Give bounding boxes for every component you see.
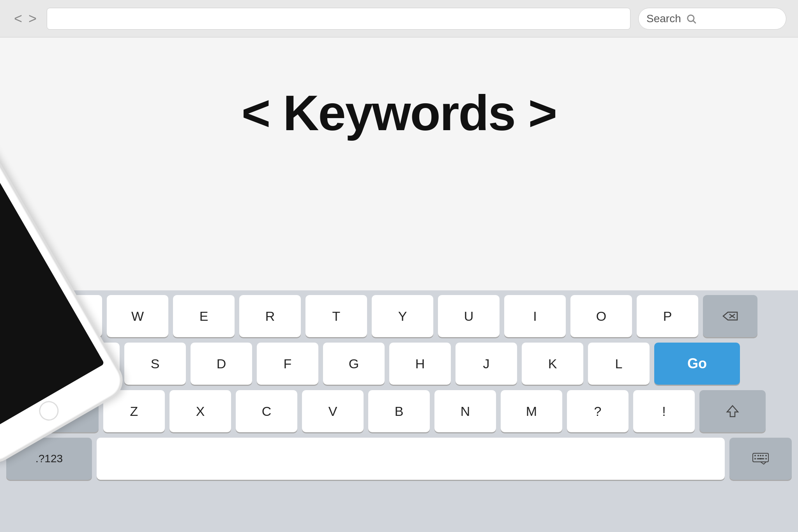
keyboard-row-4: .?123	[6, 438, 792, 480]
key-p[interactable]: P	[637, 295, 698, 337]
key-j[interactable]: J	[455, 343, 517, 385]
forward-button[interactable]: >	[26, 12, 39, 26]
address-bar[interactable]	[47, 8, 630, 30]
key-b[interactable]: B	[368, 390, 430, 432]
key-l[interactable]: L	[588, 343, 650, 385]
key-t[interactable]: T	[305, 295, 367, 337]
key-m[interactable]: M	[501, 390, 562, 432]
key-backspace[interactable]	[703, 295, 757, 337]
key-g[interactable]: G	[323, 343, 385, 385]
svg-line-1	[693, 21, 696, 23]
nav-buttons: < >	[12, 12, 39, 26]
key-w[interactable]: W	[107, 295, 168, 337]
svg-point-0	[687, 15, 694, 21]
keyboard-row-3: Z X C V B N M ? !	[6, 390, 792, 432]
key-c[interactable]: C	[236, 390, 297, 432]
keyboard: Q W E R T Y U I O P A S D F G	[0, 290, 798, 532]
key-keyboard[interactable]	[729, 438, 792, 480]
key-y[interactable]: Y	[372, 295, 433, 337]
key-i[interactable]: I	[504, 295, 566, 337]
key-h[interactable]: H	[389, 343, 451, 385]
keyboard-row-1: Q W E R T Y U I O P	[6, 295, 792, 337]
key-exclaim[interactable]: !	[633, 390, 695, 432]
key-e[interactable]: E	[173, 295, 235, 337]
back-button[interactable]: <	[12, 12, 25, 26]
search-label: Search	[646, 12, 681, 25]
key-s[interactable]: S	[124, 343, 186, 385]
key-question[interactable]: ?	[567, 390, 629, 432]
browser-toolbar: < > Search	[0, 0, 798, 37]
key-d[interactable]: D	[191, 343, 252, 385]
key-o[interactable]: O	[570, 295, 632, 337]
key-u[interactable]: U	[438, 295, 500, 337]
key-v[interactable]: V	[302, 390, 364, 432]
key-shift-right[interactable]	[699, 390, 766, 432]
main-content: < Keywords > Q W E R T Y U I O P	[0, 37, 798, 532]
key-go[interactable]: Go	[654, 343, 740, 385]
search-icon	[686, 13, 697, 24]
key-space[interactable]	[97, 438, 725, 480]
key-x[interactable]: X	[169, 390, 231, 432]
keywords-heading: < Keywords >	[0, 84, 798, 141]
phone-home-button	[35, 398, 62, 424]
svg-rect-4	[753, 453, 768, 462]
key-f[interactable]: F	[257, 343, 318, 385]
search-box[interactable]: Search	[638, 8, 786, 30]
key-r[interactable]: R	[239, 295, 301, 337]
key-k[interactable]: K	[522, 343, 583, 385]
key-n[interactable]: N	[434, 390, 496, 432]
